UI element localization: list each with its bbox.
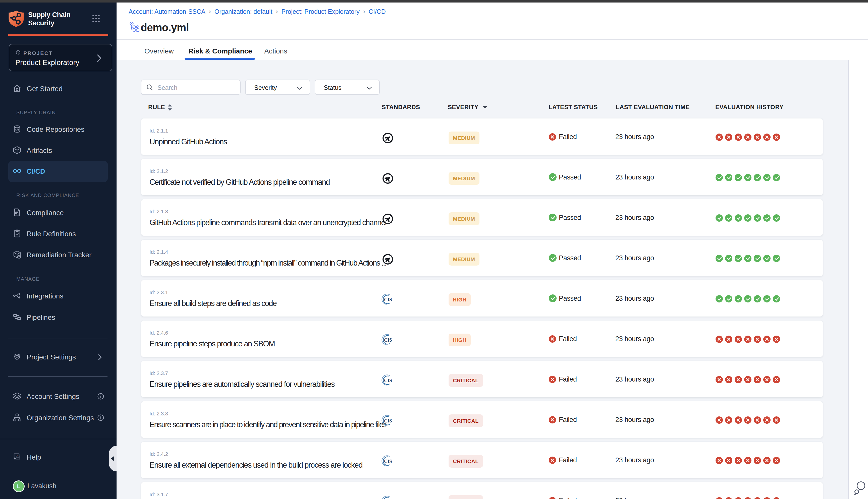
svg-text:CIS: CIS — [384, 378, 392, 383]
svg-text:CIS: CIS — [384, 297, 392, 302]
svg-text:?: ? — [15, 454, 17, 458]
svg-text:CIS: CIS — [384, 418, 392, 424]
svg-text:CIS: CIS — [384, 337, 392, 343]
svg-text:CIS: CIS — [384, 459, 392, 464]
